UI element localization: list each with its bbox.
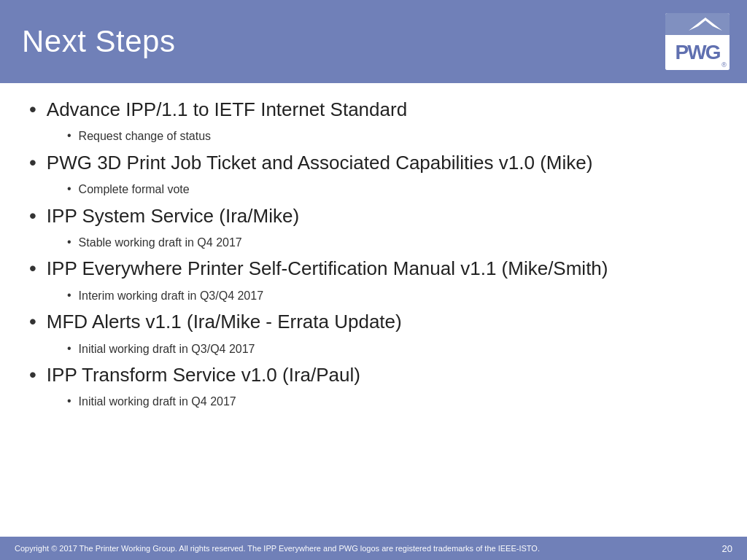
slide-footer: Copyright © 2017 The Printer Working Gro…	[0, 537, 747, 560]
sub-dot-5a: •	[67, 342, 71, 355]
registered-mark: ®	[721, 61, 727, 69]
sub-bullet-2a: • Complete formal vote	[67, 182, 718, 198]
slide-title: Next Steps	[22, 24, 175, 59]
sub-text-3a: Stable working draft in Q4 2017	[79, 235, 242, 251]
bullet-item-2: • PWG 3D Print Job Ticket and Associated…	[29, 151, 718, 176]
bullet-text-6: IPP Transform Service v1.0 (Ira/Paul)	[47, 363, 360, 388]
sub-dot-3a: •	[67, 236, 71, 249]
sub-dot-6a: •	[67, 394, 71, 408]
bullet-text-5: MFD Alerts v1.1 (Ira/Mike - Errata Updat…	[47, 310, 402, 335]
logo-body: PWG ®	[665, 35, 729, 70]
sub-text-1a: Request change of status	[79, 128, 211, 144]
bullet-text-4: IPP Everywhere Printer Self-Certificatio…	[47, 257, 608, 281]
bullet-item-1: • Advance IPP/1.1 to IETF Internet Stand…	[29, 98, 718, 122]
pwg-brand-text: PWG	[676, 41, 720, 64]
bullet-dot-1: •	[29, 96, 36, 122]
svg-marker-0	[689, 18, 722, 31]
bullet-dot-2: •	[29, 149, 36, 176]
footer-copyright: Copyright © 2017 The Printer Working Gro…	[15, 544, 540, 553]
bullet-text-3: IPP System Service (Ira/Mike)	[47, 204, 299, 229]
sub-text-5a: Initial working draft in Q3/Q4 2017	[79, 341, 255, 357]
sub-dot-4a: •	[67, 289, 71, 302]
bullet-item-5: • MFD Alerts v1.1 (Ira/Mike - Errata Upd…	[29, 310, 718, 335]
footer-page-number: 20	[722, 543, 732, 554]
bullet-item-4: • IPP Everywhere Printer Self-Certificat…	[29, 257, 718, 281]
bullet-dot-3: •	[29, 203, 36, 229]
bullet-text-2: PWG 3D Print Job Ticket and Associated C…	[47, 151, 593, 176]
sub-bullet-6a: • Initial working draft in Q4 2017	[67, 394, 718, 410]
bullet-text-1: Advance IPP/1.1 to IETF Internet Standar…	[47, 98, 407, 122]
sub-text-4a: Interim working draft in Q3/Q4 2017	[79, 288, 263, 304]
pwg-logo: PWG ®	[665, 13, 729, 70]
sub-text-2a: Complete formal vote	[79, 182, 190, 198]
sub-dot-2a: •	[67, 182, 71, 195]
slide: Next Steps PWG ® • Advance IPP/1.1 to IE…	[0, 0, 747, 560]
bullet-dot-6: •	[29, 362, 36, 388]
slide-header: Next Steps PWG ®	[0, 0, 747, 83]
sub-bullet-4a: • Interim working draft in Q3/Q4 2017	[67, 288, 718, 304]
sub-dot-1a: •	[67, 129, 71, 142]
sub-bullet-3a: • Stable working draft in Q4 2017	[67, 235, 718, 251]
sub-bullet-1a: • Request change of status	[67, 128, 718, 144]
slide-content: • Advance IPP/1.1 to IETF Internet Stand…	[0, 83, 747, 537]
sub-bullet-5a: • Initial working draft in Q3/Q4 2017	[67, 341, 718, 357]
sub-text-6a: Initial working draft in Q4 2017	[79, 394, 236, 410]
bullet-dot-5: •	[29, 308, 36, 335]
logo-top-bar	[665, 13, 729, 35]
bullet-item-6: • IPP Transform Service v1.0 (Ira/Paul)	[29, 363, 718, 388]
bullet-dot-4: •	[29, 255, 36, 281]
bullet-item-3: • IPP System Service (Ira/Mike)	[29, 204, 718, 229]
logo-bird-icon	[687, 15, 724, 34]
